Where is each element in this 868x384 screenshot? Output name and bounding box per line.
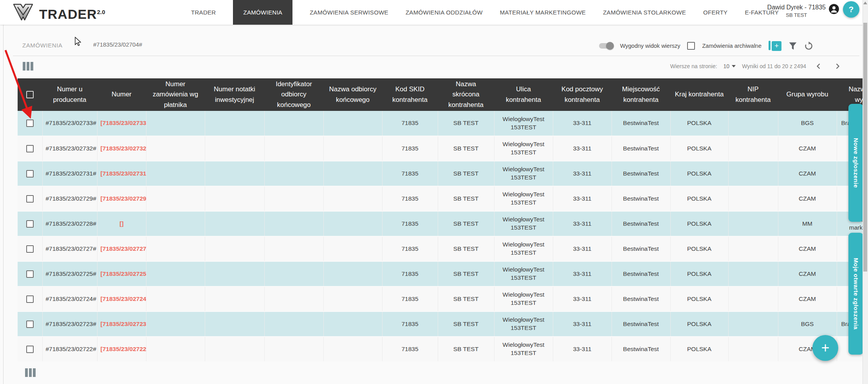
column-header[interactable]: Numer u producenta [42, 78, 97, 111]
cell: #71835/23/02733# [42, 111, 97, 136]
column-header[interactable]: Grupa wyrobu [778, 78, 837, 111]
row-checkbox[interactable] [26, 120, 34, 127]
cell: WielogłowyTest 153TEST [494, 261, 553, 286]
cell: #71835/23/02731# [42, 161, 97, 186]
question-mark-icon: ? [849, 5, 854, 14]
help-button[interactable]: ? [843, 1, 859, 18]
nav-item[interactable]: OFERTY [703, 9, 727, 16]
next-page-button[interactable] [831, 63, 844, 70]
filter-button[interactable] [789, 42, 797, 50]
account-button[interactable] [829, 4, 839, 14]
row-checkbox[interactable] [26, 321, 34, 328]
select-all-checkbox[interactable] [26, 91, 34, 98]
cell: 71835 [382, 337, 438, 362]
archive-orders-checkbox[interactable] [687, 42, 695, 50]
add-view-icon [769, 41, 771, 50]
row-checkbox[interactable] [26, 195, 34, 203]
cell: SB TEST [438, 136, 494, 161]
order-number-link[interactable]: [71835/23/02732] [97, 136, 146, 161]
column-header[interactable]: Ulica kontrahenta [494, 78, 553, 111]
order-number-link[interactable]: [71835/23/02733] [97, 111, 146, 136]
cell [728, 161, 778, 186]
cell: #71835/23/02728# [42, 211, 97, 236]
table-row[interactable]: #71835/23/02724#[71835/23/02724]71835SB … [18, 286, 868, 312]
order-number-link[interactable]: [71835/23/02731] [97, 161, 146, 186]
cell [146, 111, 205, 136]
brand-logo[interactable]: TRADER2.0 [13, 3, 105, 23]
nav-item[interactable]: ZAMÓWIENIA ODDZIAŁÓW [406, 9, 483, 16]
column-header[interactable]: Kod SKID kontrahenta [382, 78, 438, 111]
rows-per-page-value: 10 [724, 63, 730, 69]
cell [728, 111, 778, 136]
row-checkbox[interactable] [26, 270, 34, 278]
row-checkbox[interactable] [26, 170, 34, 178]
table-row[interactable]: #71835/23/02732#[71835/23/02732]71835SB … [18, 136, 868, 161]
column-header[interactable]: Nazwa skrócona kontrahenta [438, 78, 494, 111]
order-number-link[interactable]: [71835/23/02722] [97, 337, 146, 362]
rows-per-page-select[interactable]: 10 [724, 63, 736, 69]
cell: CZAM [778, 236, 837, 261]
column-header[interactable]: Identyfikator odbiorcy końcowego [264, 78, 323, 111]
cell: BestwinaTest [612, 111, 670, 136]
cell [728, 186, 778, 211]
column-header[interactable]: Nazwa odbiorcy końcowego [323, 78, 382, 111]
my-open-tickets-tab[interactable]: Moje otwarte zgłoszenia [848, 233, 863, 355]
table-row[interactable]: #71835/23/02725#[71835/23/02725]71835SB … [18, 261, 868, 286]
column-header[interactable]: Kraj kontrahenta [670, 78, 728, 111]
column-header[interactable]: NIP kontrahenta [728, 78, 778, 111]
comfortable-rows-toggle[interactable] [599, 43, 613, 49]
add-view-button[interactable]: + [769, 41, 781, 51]
order-number-link[interactable]: [71835/23/02725] [97, 261, 146, 286]
toolbar-divider [13, 56, 859, 56]
nav-item[interactable]: ZAMÓWIENIA [233, 0, 292, 25]
cell: CZAM [778, 136, 837, 161]
previous-page-button[interactable] [812, 63, 825, 70]
scrollbar-thumb[interactable] [863, 23, 867, 272]
nav-item[interactable]: MATERIAŁY MARKETINGOWE [500, 9, 586, 16]
order-number-link[interactable]: [] [97, 211, 146, 236]
order-number-link[interactable]: [71835/23/02729] [97, 186, 146, 211]
search-input[interactable] [93, 38, 262, 50]
column-header[interactable]: Kod pocztowy kontrahenta [553, 78, 612, 111]
table-row[interactable]: #71835/23/02727#[71835/23/02727]71835SB … [18, 236, 868, 261]
user-info[interactable]: Dawid Dyrek - 71835 SB TEST [767, 3, 826, 19]
order-number-link[interactable]: [71835/23/02723] [97, 312, 146, 337]
column-header[interactable]: Numer zamówienia wg płatnika [146, 78, 205, 111]
cell: 71835 [382, 111, 438, 136]
add-order-fab[interactable]: + [812, 335, 838, 361]
new-ticket-tab[interactable]: Nowe zgłoszenie [848, 104, 863, 222]
cell: SB TEST [438, 211, 494, 236]
column-header[interactable]: Numer [97, 78, 146, 111]
cell: WielogłowyTest 153TEST [494, 136, 553, 161]
column-header[interactable]: Numer notatki inwestycyjnej [205, 78, 264, 111]
table-row[interactable]: #71835/23/02731#[71835/23/02731]71835SB … [18, 161, 868, 186]
cell: BestwinaTest [612, 337, 670, 362]
order-number-link[interactable]: [71835/23/02727] [97, 236, 146, 261]
table-row[interactable]: #71835/23/02729#[71835/23/02729]71835SB … [18, 186, 868, 211]
table-row[interactable]: #71835/23/02722#[71835/23/02722]71835SB … [18, 337, 868, 362]
row-checkbox[interactable] [26, 295, 34, 303]
table-row[interactable]: #71835/23/02733#[71835/23/02733]71835SB … [18, 111, 868, 136]
row-select-cell [18, 286, 42, 312]
column-settings-button-bottom[interactable] [25, 368, 36, 377]
table-row[interactable]: #71835/23/02728#[]71835SB TESTWielogłowy… [18, 211, 868, 236]
row-checkbox[interactable] [26, 220, 34, 228]
row-checkbox[interactable] [26, 145, 34, 152]
table-row[interactable]: #71835/23/02723#[71835/23/02723]71835SB … [18, 312, 868, 337]
nav-item[interactable]: ZAMÓWIENIA STOLARKOWE [603, 9, 686, 16]
column-settings-button[interactable] [23, 62, 33, 71]
refresh-button[interactable] [804, 42, 813, 51]
cell: #71835/23/02729# [42, 186, 97, 211]
row-checkbox[interactable] [26, 346, 34, 353]
vertical-scrollbar[interactable] [863, 0, 868, 384]
nav-item[interactable]: TRADER [191, 9, 216, 16]
nav-item[interactable]: ZAMÓWIENIA SERWISOWE [310, 9, 388, 16]
cell: 33-311 [553, 236, 612, 261]
cell [264, 111, 323, 136]
scroll-up-arrow-icon[interactable] [863, 2, 867, 4]
row-checkbox[interactable] [26, 245, 34, 253]
order-number-link[interactable]: [71835/23/02724] [97, 286, 146, 312]
cell: WielogłowyTest 153TEST [494, 186, 553, 211]
cell [146, 337, 205, 362]
column-header[interactable]: Miejscowość kontrahenta [612, 78, 670, 111]
